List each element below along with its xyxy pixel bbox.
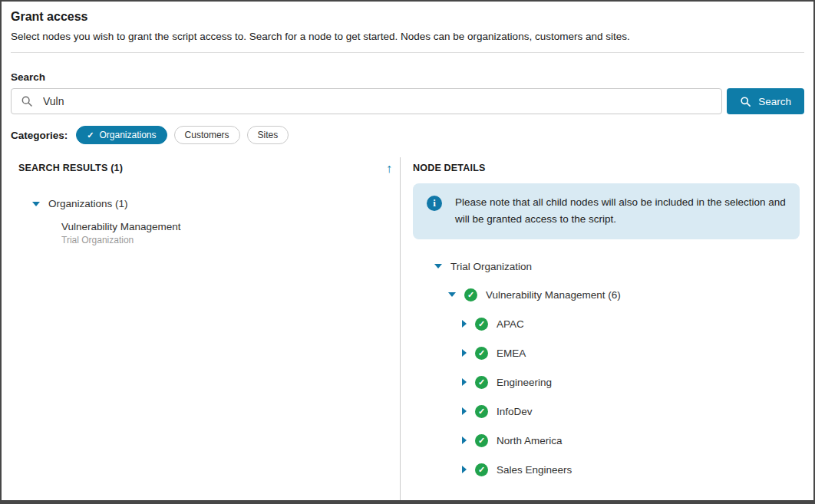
tree-node-label: InfoDev [497,406,533,417]
node-details-panel: NODE DETAILS i Please note that all chil… [401,157,813,500]
tree-node-label: Vulnerability Management (6) [486,289,621,301]
tree-node-label: North America [497,435,563,446]
category-pill-sites[interactable]: Sites [247,126,289,144]
tree-group-label: Organizations (1) [48,198,128,209]
selected-check-icon: ✓ [475,347,488,360]
node-details-header: NODE DETAILS [413,163,800,173]
caret-right-icon[interactable] [462,436,467,444]
tree-node-sales-engineers[interactable]: ✓ Sales Engineers [462,463,800,476]
search-results-panel: SEARCH RESULTS (1) ↑ Organizations (1) V… [2,157,401,500]
info-notice: i Please note that all child nodes will … [413,183,800,239]
tree-node-organizations-group[interactable]: Organizations (1) [32,198,392,209]
node-details-tree: Trial Organization ✓ Vulnerability Manag… [413,261,800,476]
search-results-header-row: SEARCH RESULTS (1) ↑ [18,163,392,175]
tree-node-emea[interactable]: ✓ EMEA [462,347,800,360]
info-icon: i [427,196,442,211]
info-notice-text: Please note that all child nodes will al… [455,194,787,227]
search-input-container [11,88,722,114]
selected-check-icon: ✓ [475,376,488,389]
categories-label: Categories: [11,130,68,141]
tree-node-apac[interactable]: ✓ APAC [462,318,800,331]
category-pill-label: Customers [185,130,229,140]
search-icon [21,95,33,107]
tree-node-north-america[interactable]: ✓ North America [462,434,800,447]
tree-node-label: EMEA [497,348,526,359]
categories-row: Categories: ✓ Organizations Customers Si… [11,126,804,144]
search-result-item[interactable]: Vulnerability Management Trial Organizat… [61,221,392,245]
search-input[interactable] [41,94,712,108]
caret-right-icon[interactable] [462,320,467,328]
tree-node-vulnerability-management[interactable]: ✓ Vulnerability Management (6) [448,288,800,301]
caret-down-icon[interactable] [448,292,456,297]
search-button-icon [740,96,751,107]
header-divider [11,52,804,53]
selected-check-icon: ✓ [475,318,488,331]
tree-node-trial-organization[interactable]: Trial Organization [434,261,800,272]
search-button-label: Search [758,96,791,107]
grant-access-dialog: Grant access Select nodes you wish to gr… [0,0,815,504]
caret-right-icon[interactable] [462,466,467,473]
search-row: Search [11,88,804,114]
caret-right-icon[interactable] [462,407,467,415]
caret-right-icon[interactable] [462,378,467,386]
dialog-header: Grant access Select nodes you wish to gr… [2,2,813,144]
category-pill-customers[interactable]: Customers [174,126,240,144]
result-subtitle: Trial Organization [61,235,392,245]
selected-check-icon: ✓ [464,288,477,301]
tree-node-label: Sales Engineers [497,464,572,476]
selected-check-icon: ✓ [475,405,488,418]
search-results-header: SEARCH RESULTS (1) [18,163,123,173]
caret-down-icon[interactable] [434,264,442,268]
tree-node-label: Trial Organization [450,261,532,272]
search-label: Search [11,71,804,83]
tree-node-label: Engineering [497,377,552,388]
tree-node-infodev[interactable]: ✓ InfoDev [462,405,800,418]
tree-node-engineering[interactable]: ✓ Engineering [462,376,800,389]
caret-down-icon[interactable] [32,202,40,206]
caret-right-icon[interactable] [462,349,467,357]
page-title: Grant access [11,10,804,24]
search-button[interactable]: Search [727,88,804,114]
main-panels: SEARCH RESULTS (1) ↑ Organizations (1) V… [2,157,813,500]
category-pill-label: Organizations [100,130,157,140]
category-pill-label: Sites [258,130,279,140]
check-icon: ✓ [87,130,94,140]
result-name: Vulnerability Management [61,221,392,232]
page-subtitle: Select nodes you wish to grant the scrip… [11,31,804,42]
selected-check-icon: ✓ [475,463,488,476]
category-pill-organizations[interactable]: ✓ Organizations [76,126,167,144]
selected-check-icon: ✓ [475,434,488,447]
tree-node-label: APAC [497,318,524,330]
scroll-to-top-icon[interactable]: ↑ [386,163,392,175]
